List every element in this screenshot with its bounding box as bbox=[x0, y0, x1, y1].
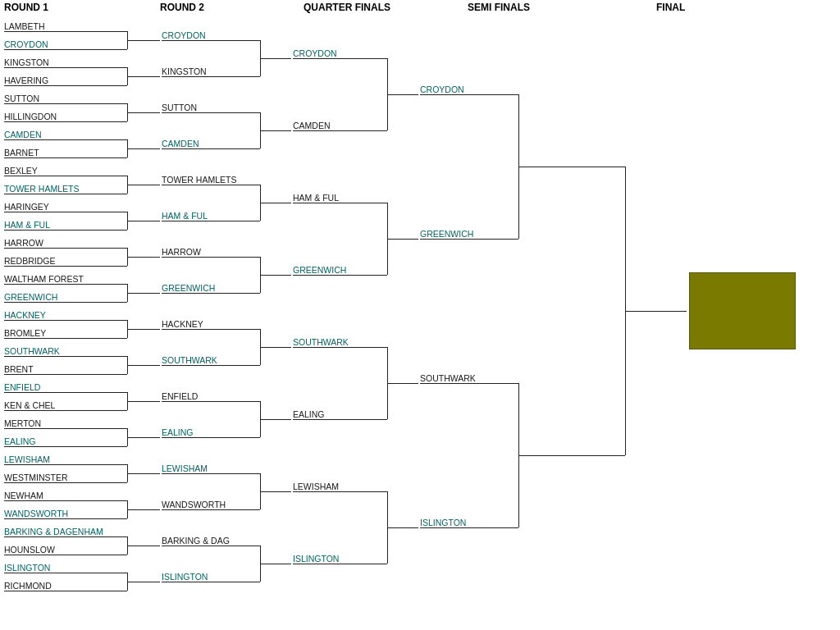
r1-lambeth-bar bbox=[4, 31, 127, 32]
r2-hc-3 bbox=[260, 203, 291, 203]
r2-ham-ful-bar bbox=[162, 221, 260, 221]
header-round1: ROUND 1 bbox=[4, 2, 48, 13]
r1-hc-3 bbox=[127, 112, 160, 113]
header-final: FINAL bbox=[656, 2, 685, 13]
header-round2: ROUND 2 bbox=[160, 2, 204, 13]
r1-lewisham-bar bbox=[4, 464, 127, 465]
r2-southwark-bar bbox=[162, 365, 260, 366]
r1-sutton-bar bbox=[4, 103, 127, 104]
r1-croydon-bar bbox=[4, 49, 127, 50]
qf-croydon-bar bbox=[293, 58, 387, 59]
sf-hc-1 bbox=[518, 167, 625, 167]
r1-bexley-bar bbox=[4, 176, 127, 176]
r2-croydon-bar bbox=[162, 40, 260, 41]
r1-greenwich-bar bbox=[4, 302, 127, 303]
r1-hc-6 bbox=[127, 221, 160, 221]
qf-greenwich-bar bbox=[293, 275, 387, 276]
r1-hc-16 bbox=[127, 582, 160, 582]
sf-croydon-bar bbox=[420, 94, 518, 95]
r1-hc-9 bbox=[127, 329, 160, 330]
r2-hc-6 bbox=[260, 419, 291, 420]
qf-ham-ful-bar bbox=[293, 203, 387, 203]
r1-islington-bar bbox=[4, 573, 127, 573]
r2-islington-bar bbox=[162, 582, 260, 582]
r2-hc-5 bbox=[260, 347, 291, 348]
r1-kingston-bar bbox=[4, 67, 127, 68]
r1-hc-8 bbox=[127, 293, 160, 294]
r1-hc-12 bbox=[127, 437, 160, 438]
qf-camden-bar bbox=[293, 130, 387, 131]
r1-hc-2 bbox=[127, 76, 160, 77]
r1-bromley-bar bbox=[4, 338, 127, 339]
r2-lewisham-bar bbox=[162, 473, 260, 474]
r1-ken-chel-bar bbox=[4, 410, 127, 411]
r1-ham-ful-bar bbox=[4, 230, 127, 231]
r1-brent-bar bbox=[4, 374, 127, 375]
r1-hc-13 bbox=[127, 473, 160, 474]
r2-hc-2 bbox=[260, 130, 291, 131]
bracket-container: ROUND 1 ROUND 2 QUARTER FINALS SEMI FINA… bbox=[0, 2, 840, 600]
r1-barnet-bar bbox=[4, 158, 127, 158]
qf-hc-4 bbox=[387, 527, 418, 528]
r1-hackney-bar bbox=[4, 320, 127, 321]
final-hc bbox=[625, 311, 687, 312]
r1-hc-7 bbox=[127, 257, 160, 258]
r2-hc-4 bbox=[260, 275, 291, 276]
r2-ealing-bar bbox=[162, 437, 260, 438]
r2-greenwich-bar bbox=[162, 293, 260, 294]
r2-wandsworth-bar bbox=[162, 509, 260, 510]
r1-southwark-bar bbox=[4, 356, 127, 357]
r2-hc-7 bbox=[260, 491, 291, 492]
r1-hc-15 bbox=[127, 546, 160, 546]
r1-richmond-bar bbox=[4, 591, 127, 591]
sf-hc-2 bbox=[518, 455, 625, 456]
r1-newham-bar bbox=[4, 500, 127, 501]
qf-southwark-bar bbox=[293, 347, 387, 348]
r1-enfield-bar bbox=[4, 392, 127, 393]
r1-westminster-bar bbox=[4, 482, 127, 483]
r2-tower-hamlets-bar bbox=[162, 185, 260, 185]
r2-hackney-bar bbox=[162, 329, 260, 330]
r1-hounslow-bar bbox=[4, 555, 127, 555]
r2-harrow-bar bbox=[162, 257, 260, 258]
qf-hc-3 bbox=[387, 383, 418, 384]
r2-sutton-bar bbox=[162, 112, 260, 113]
r2-hc-1 bbox=[260, 58, 291, 59]
r2-hc-8 bbox=[260, 564, 291, 564]
sf-islington-bar bbox=[420, 527, 518, 528]
qf-hc-2 bbox=[387, 239, 418, 240]
r2-camden-bar bbox=[162, 148, 260, 149]
r1-wandsworth-bar bbox=[4, 518, 127, 519]
qf-ealing-bar bbox=[293, 419, 387, 420]
header-sf: SEMI FINALS bbox=[468, 2, 530, 13]
r1-merton-bar bbox=[4, 428, 127, 429]
trophy-box bbox=[689, 272, 796, 349]
r1-tower-hamlets-bar bbox=[4, 194, 127, 194]
r2-barking-dag-bar bbox=[162, 546, 260, 546]
r1-havering-bar bbox=[4, 85, 127, 86]
r1-hc-11 bbox=[127, 401, 160, 402]
qf-islington-bar bbox=[293, 564, 387, 564]
r1-ealing-bar bbox=[4, 446, 127, 447]
sf-southwark-bar bbox=[420, 383, 518, 384]
sf-greenwich-bar bbox=[420, 239, 518, 240]
r1-barking-dagenham-bar bbox=[4, 536, 127, 537]
r1-hillingdon-bar bbox=[4, 121, 127, 122]
r2-enfield-bar bbox=[162, 401, 260, 402]
r1-hc-14 bbox=[127, 509, 160, 510]
header-qf: QUARTER FINALS bbox=[304, 2, 390, 13]
r1-hc-10 bbox=[127, 365, 160, 366]
r1-camden-bar bbox=[4, 139, 127, 140]
r1-hc-4 bbox=[127, 148, 160, 149]
r1-hc-5 bbox=[127, 185, 160, 185]
r1-waltham-forest-bar bbox=[4, 284, 127, 285]
r1-harrow-bar bbox=[4, 248, 127, 249]
qf-hc-1 bbox=[387, 94, 418, 95]
qf-lewisham-bar bbox=[293, 491, 387, 492]
r1-hc-1 bbox=[127, 40, 160, 41]
r1-redbridge-bar bbox=[4, 266, 127, 267]
r1-haringey-bar bbox=[4, 212, 127, 212]
r2-kingston-bar bbox=[162, 76, 260, 77]
